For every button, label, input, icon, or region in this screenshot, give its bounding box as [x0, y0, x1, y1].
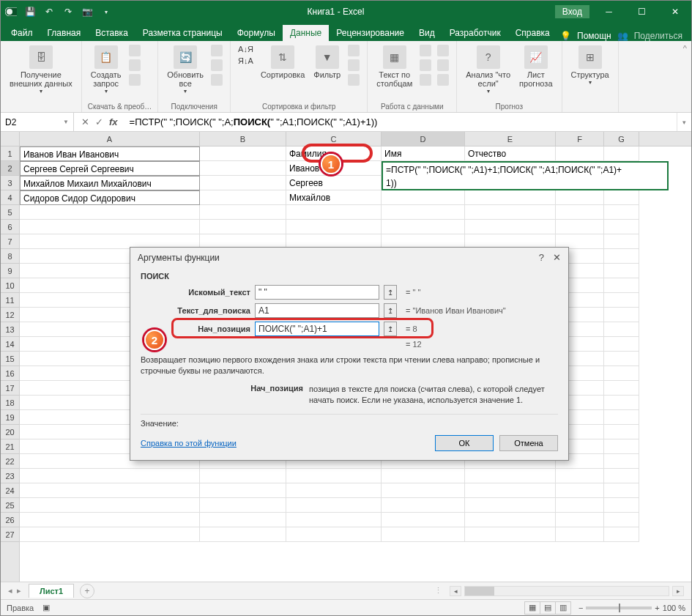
text-to-columns-button[interactable]: ▦ Текст по столбцам [373, 44, 415, 89]
row-header-22[interactable]: 22 [1, 454, 19, 469]
cell[interactable] [556, 220, 604, 234]
cell[interactable] [200, 498, 286, 513]
edit-links-button[interactable] [209, 73, 224, 86]
column-header-G[interactable]: G [604, 132, 639, 146]
save-icon[interactable]: 💾 [24, 6, 36, 18]
flash-fill-button[interactable] [418, 44, 433, 57]
row-header-26[interactable]: 26 [1, 513, 19, 527]
cell[interactable] [200, 176, 286, 190]
row-header-8[interactable]: 8 [1, 249, 19, 264]
cell[interactable] [556, 190, 604, 205]
zoom-level[interactable]: 100 % [663, 604, 685, 612]
tell-me-text[interactable]: Помощн [577, 31, 611, 41]
cell[interactable] [556, 483, 604, 498]
cell[interactable] [604, 205, 639, 220]
column-header-F[interactable]: F [556, 132, 604, 146]
redo-icon[interactable]: ↷ [62, 6, 74, 18]
row-header-25[interactable]: 25 [1, 498, 19, 513]
cell[interactable] [20, 483, 200, 498]
row-header-14[interactable]: 14 [1, 337, 19, 352]
cell[interactable] [556, 527, 604, 542]
cell[interactable] [286, 220, 382, 234]
sort-button[interactable]: ⇅ Сортировка [258, 44, 308, 81]
cell[interactable] [604, 146, 639, 161]
cell[interactable] [604, 249, 639, 264]
cell[interactable] [604, 439, 639, 454]
tab-file[interactable]: Файл [4, 25, 40, 41]
row-header-7[interactable]: 7 [1, 234, 19, 249]
consolidate-button[interactable] [436, 44, 450, 57]
validation-button[interactable] [418, 73, 433, 86]
qat-dropdown-icon[interactable]: ▾ [100, 6, 112, 18]
cell[interactable] [604, 293, 639, 308]
camera-icon[interactable]: 📷 [81, 6, 93, 18]
cell[interactable] [604, 425, 639, 439]
scrollbar-thumb[interactable] [465, 587, 494, 595]
new-query-button[interactable]: 📋 Создать запрос ▾ [88, 44, 124, 96]
row-header-10[interactable]: 10 [1, 278, 19, 293]
row-header-1[interactable]: 1 [1, 146, 19, 161]
select-all-corner[interactable] [1, 132, 19, 146]
row-header-4[interactable]: 4 [1, 190, 19, 205]
cell[interactable] [604, 483, 639, 498]
cell[interactable]: Михайлов Михаил Михайлович [20, 176, 200, 190]
cell[interactable] [20, 498, 200, 513]
refresh-all-button[interactable]: 🔄 Обновить все ▾ [164, 44, 207, 96]
cell[interactable] [200, 220, 286, 234]
cell[interactable] [604, 337, 639, 352]
zoom-out-icon[interactable]: − [578, 604, 583, 612]
cell[interactable] [465, 498, 556, 513]
row-header-5[interactable]: 5 [1, 205, 19, 220]
filter-button[interactable]: ▼ Фильтр [310, 44, 343, 81]
macro-record-icon[interactable]: ▣ [42, 603, 50, 612]
cell[interactable] [465, 205, 556, 220]
cell[interactable] [382, 527, 465, 542]
row-header-3[interactable]: 3 [1, 176, 19, 190]
page-layout-view-icon[interactable]: ▤ [540, 601, 556, 615]
sheet-nav-last-icon[interactable]: ▸ [17, 586, 21, 595]
cell[interactable] [604, 469, 639, 483]
cell[interactable]: Михайлов [286, 190, 382, 205]
column-header-A[interactable]: A [20, 132, 200, 146]
cell[interactable] [200, 527, 286, 542]
row-header-2[interactable]: 2 [1, 161, 19, 176]
cell[interactable] [604, 322, 639, 337]
tell-me-icon[interactable]: 💡 [560, 31, 571, 41]
expand-formula-bar-icon[interactable]: ▾ [677, 113, 691, 131]
cell[interactable] [604, 381, 639, 396]
tab-page-layout[interactable]: Разметка страницы [135, 25, 230, 41]
properties-button[interactable] [209, 59, 224, 72]
cell[interactable] [20, 527, 200, 542]
row-header-19[interactable]: 19 [1, 410, 19, 425]
cell[interactable] [286, 527, 382, 542]
cell[interactable] [200, 483, 286, 498]
cancel-button[interactable]: Отмена [499, 435, 558, 451]
remove-dup-button[interactable] [418, 59, 433, 72]
cell[interactable]: Сидоров Сидор Сидорович [20, 190, 200, 205]
sheet-tab-1[interactable]: Лист1 [29, 584, 74, 598]
cell[interactable]: Сергеев [286, 176, 382, 190]
undo-icon[interactable]: ↶ [43, 6, 55, 18]
collapse-ribbon-icon[interactable]: ^ [679, 41, 691, 112]
sheet-nav-first-icon[interactable]: ◂ [8, 586, 12, 595]
cell[interactable]: Иванов Иван Иванович [20, 146, 200, 161]
arg2-input[interactable]: А1 [255, 303, 379, 318]
cell[interactable] [604, 308, 639, 322]
clear-filter-button[interactable] [346, 44, 361, 57]
column-header-C[interactable]: C [286, 132, 382, 146]
sort-asc-button[interactable]: А↓Я [237, 44, 255, 54]
cell[interactable] [200, 190, 286, 205]
column-header-D[interactable]: D [382, 132, 465, 146]
row-header-27[interactable]: 27 [1, 527, 19, 542]
enter-formula-icon[interactable]: ✓ [95, 116, 103, 127]
column-header-B[interactable]: B [200, 132, 286, 146]
close-icon[interactable]: ✕ [553, 252, 561, 263]
tab-review[interactable]: Рецензирование [329, 25, 412, 41]
cell[interactable] [556, 498, 604, 513]
cell[interactable] [604, 352, 639, 366]
outline-button[interactable]: ⊞ Структура ▾ [568, 44, 612, 87]
cell[interactable] [604, 527, 639, 542]
cell[interactable] [604, 220, 639, 234]
zoom-in-icon[interactable]: + [655, 604, 659, 612]
cell[interactable]: Отчество [465, 146, 556, 161]
